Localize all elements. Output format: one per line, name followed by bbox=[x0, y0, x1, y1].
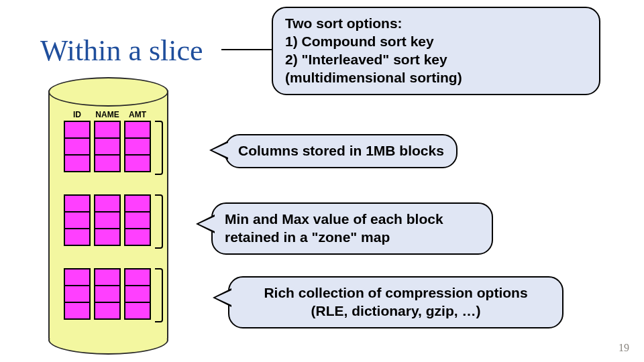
bracket-1 bbox=[155, 121, 163, 175]
slide-title: Within a slice bbox=[40, 34, 203, 68]
page-number: 19 bbox=[619, 342, 629, 354]
column-header-name: NAME bbox=[93, 110, 122, 119]
cylinder-top bbox=[48, 77, 168, 107]
bracket-2 bbox=[155, 194, 163, 249]
column-header-amt: AMT bbox=[123, 110, 152, 119]
callout-zonemap: Min and Max value of each block retained… bbox=[211, 202, 493, 255]
callout-blocks: Columns stored in 1MB blocks bbox=[225, 134, 458, 168]
callout-sort-options: Two sort options: 1) Compound sort key 2… bbox=[272, 7, 600, 95]
connector-title-to-sort bbox=[221, 49, 274, 50]
callout-compression: Rich collection of compression options (… bbox=[228, 276, 564, 328]
bracket-3 bbox=[155, 268, 163, 322]
column-header-id: ID bbox=[62, 110, 92, 119]
